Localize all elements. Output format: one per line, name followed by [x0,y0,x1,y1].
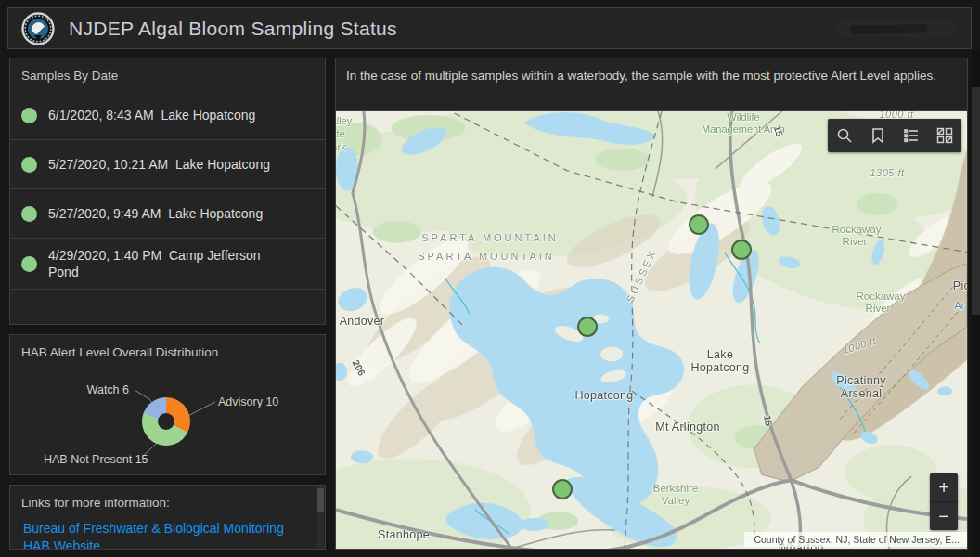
map-label: River [866,303,891,314]
page-scrollbar[interactable] [972,50,980,557]
hab-distribution-panel: HAB Alert Level Overall Distribution Wat… [9,334,326,475]
map-zoom-control: + − [930,473,958,530]
status-dot-icon [21,256,37,272]
slice-label-hab-not-present: HAB Not Present 15 [44,453,148,466]
map-label: 1305 ft [870,167,904,178]
note-text: In the case of multiple samples within a… [336,58,967,94]
njdep-logo-icon [21,12,55,45]
search-icon[interactable] [831,122,858,149]
map-label: Ar [955,300,965,311]
map-label: Arsenal [841,387,882,400]
map-label: ark [335,141,346,152]
map-label: Mt Arlington [655,421,720,434]
list-item[interactable]: 5/27/2020, 10:21 AM Lake Hopatcong [10,139,325,188]
map-toolbar [828,119,961,152]
map-label: Pic [953,279,968,292]
sample-marker[interactable] [689,214,709,235]
map[interactable]: WildlifeManagement Areaalleyateark1000 f… [335,110,968,550]
hab-website-link[interactable]: Bureau of Freshwater & Biological Monito… [10,518,315,550]
sample-marker[interactable] [731,240,752,260]
map-label: Valley [662,495,690,506]
links-panel: Links for more information: Bureau of Fr… [9,485,326,550]
map-label: SPARTA MOUNTAIN [418,251,554,262]
list-footer [10,289,325,317]
sample-text: 5/27/2020, 9:49 AM Lake Hopatcong [48,205,263,222]
slice-label-advisory: Advisory 10 [218,395,278,408]
map-label: Wildlife [727,111,759,123]
panel-title: Links for more information: [10,486,325,518]
sample-text: 5/27/2020, 10:21 AM Lake Hopatcong [48,156,270,173]
samples-by-date-panel: Samples By Date 6/1/2020, 8:43 AM Lake H… [9,58,326,325]
map-label: Rockaway [856,291,905,302]
legend-icon[interactable] [897,122,925,149]
sample-marker[interactable] [577,317,598,337]
map-label: Rockaway [832,224,881,235]
slice-label-watch: Watch 6 [87,383,129,396]
map-label: Hopatcong [574,389,633,402]
map-label: 15 [762,414,775,427]
map-label: Picatinny [836,374,885,387]
map-label: 1000 ft [841,335,877,356]
panel-title: Samples By Date [10,58,325,91]
map-label: 206 [351,357,368,377]
map-label: Andover [340,315,385,328]
sample-text: 6/1/2020, 8:43 AM Lake Hopatcong [48,107,255,123]
samples-list: 6/1/2020, 8:43 AM Lake Hopatcong5/27/202… [10,91,325,317]
list-item[interactable]: 4/29/2020, 1:40 PM Camp Jefferson Pond [10,238,325,289]
donut-hole [158,413,174,430]
app-header: NJDEP Algal Bloom Sampling Status [7,7,972,49]
basemap-icon[interactable] [931,122,959,149]
list-item[interactable]: 5/27/2020, 9:49 AM Lake Hopatcong [10,188,325,238]
map-label: ate [335,128,345,139]
sample-marker[interactable] [552,479,573,499]
map-label: alley [335,115,352,126]
bookmark-icon[interactable] [864,122,892,149]
status-dot-icon [21,206,37,222]
map-label: River [843,236,868,247]
map-label-layer: WildlifeManagement Areaalleyateark1000 f… [336,111,967,549]
map-label: Lake [707,348,733,361]
map-label: Stanhope [378,528,430,541]
status-dot-icon [21,108,37,123]
map-label: SPARTA MOUNTAIN [421,232,558,243]
page-title: NJDEP Algal Bloom Sampling Status [69,18,397,40]
links-scrollbar[interactable] [317,486,324,548]
redacted-area [833,21,956,37]
map-label: Berkshire [653,483,699,494]
map-label: Hopatcong [690,361,749,374]
sample-text: 4/29/2020, 1:40 PM Camp Jefferson Pond [48,247,288,280]
donut-chart: Watch 6 Advisory 10 HAB Not Present 15 [10,335,325,474]
note-panel: In the case of multiple samples within a… [335,58,968,110]
map-attribution: County of Sussex, NJ, State of New Jerse… [744,532,967,547]
zoom-in-button[interactable]: + [930,473,958,501]
status-dot-icon [21,157,37,173]
zoom-out-button[interactable]: − [930,501,958,530]
list-item[interactable]: 6/1/2020, 8:43 AM Lake Hopatcong [10,91,325,139]
map-label: SUSSEX [624,247,658,304]
